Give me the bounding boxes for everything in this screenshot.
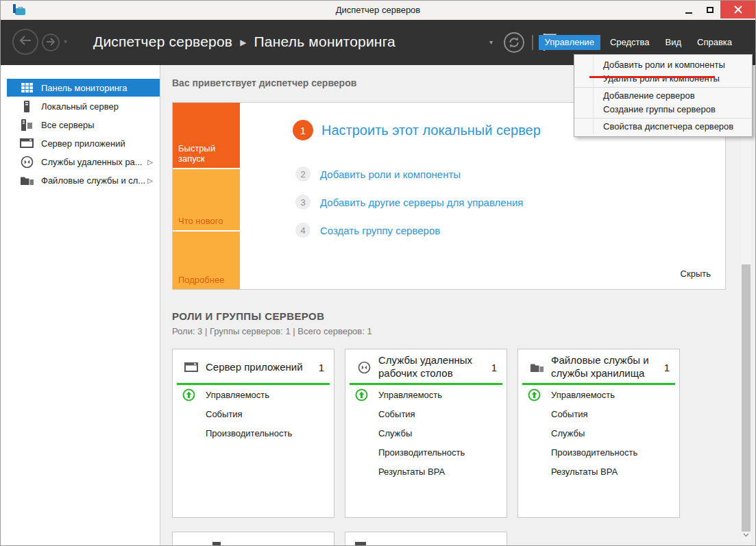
sidebar-item[interactable]: Файловые службы и сл...▷ <box>7 171 160 189</box>
role-card-header[interactable]: Сервер приложений1 <box>173 349 334 384</box>
minimize-button[interactable] <box>678 1 699 18</box>
sidebar-item[interactable]: Службы удаленных ра...▷ <box>7 153 160 171</box>
refresh-button[interactable] <box>503 32 525 53</box>
menu-active-tab[interactable]: Управление <box>539 35 600 50</box>
role-card-row[interactable]: События <box>345 404 507 423</box>
role-card-row-label: События <box>206 409 243 419</box>
welcome-step[interactable]: 2Добавить роли и компоненты <box>293 166 461 182</box>
menu-separator <box>575 118 751 119</box>
sidebar-item-label: Локальный сервер <box>41 101 119 112</box>
partial-card <box>345 532 507 546</box>
menu-tab[interactable]: Средства <box>604 35 656 50</box>
role-card-row[interactable]: Производительность <box>518 443 679 462</box>
welcome-tile-block[interactable]: Подробнее <box>173 232 240 289</box>
step-number-badge: 4 <box>295 223 310 238</box>
breadcrumb-item[interactable]: Панель мониторинга <box>254 34 395 49</box>
role-card-row[interactable]: Производительность <box>173 423 334 443</box>
all-servers-icon <box>19 119 34 131</box>
role-card-row[interactable]: Производительность <box>345 443 507 462</box>
welcome-tile-block[interactable]: Быстрый запуск <box>173 103 240 168</box>
maximize-button[interactable] <box>699 1 720 18</box>
nav-history-caret-icon[interactable]: ▾ <box>64 38 67 45</box>
role-card-title: Службы удаленных рабочих столов <box>378 354 487 380</box>
title-bar: Диспетчер серверов <box>1 1 755 20</box>
role-card: Сервер приложений1УправляемостьСобытияПр… <box>172 349 334 518</box>
close-button[interactable] <box>720 1 755 18</box>
scroll-down-chevron-icon[interactable] <box>743 528 749 540</box>
sidebar-item-label: Файловые службы и сл... <box>41 175 145 186</box>
expand-arrow-icon[interactable]: ▷ <box>147 158 153 166</box>
role-card-row[interactable]: Службы <box>345 423 507 443</box>
role-card: Файловые службы и службы хранилища1Управ… <box>517 349 680 518</box>
sidebar-item[interactable]: Все серверы <box>7 116 160 134</box>
servers-icon <box>355 542 366 546</box>
welcome-tile-block[interactable]: Что нового <box>173 169 240 230</box>
step-link[interactable]: Добавить роли и компоненты <box>320 169 461 180</box>
menu-item[interactable]: Создание группы серверов <box>574 103 752 116</box>
role-card-rows: УправляемостьСобытияСлужбыПроизводительн… <box>518 385 679 481</box>
role-card-row[interactable]: Управляемость <box>345 385 507 404</box>
welcome-step[interactable]: 3Добавить другие серверы для управления <box>293 195 523 210</box>
management-dropdown-menu: Добавить роли и компонентыУдалить роли и… <box>574 54 753 137</box>
breadcrumb: Диспетчер серверов▶Панель мониторинга <box>93 20 395 65</box>
role-cards-row: Сервер приложений1УправляемостьСобытияПр… <box>172 349 680 518</box>
partial-card <box>172 532 334 546</box>
role-card-title: Файловые службы и службы хранилища <box>551 354 660 380</box>
role-card-row-label: Службы <box>551 428 585 438</box>
forward-button[interactable] <box>42 34 60 51</box>
role-card-row[interactable]: Управляемость <box>518 385 679 404</box>
role-card-row[interactable]: Управляемость <box>173 385 334 404</box>
sidebar-item[interactable]: Панель мониторинга <box>7 79 160 97</box>
app-server-icon <box>19 138 34 148</box>
scope-caret-icon[interactable]: ▾ <box>489 38 493 46</box>
role-card-row-label: Результаты BPA <box>378 467 445 477</box>
menu-item[interactable]: Добавить роли и компоненты <box>574 58 752 72</box>
menu-bar: УправлениеСредстваВидСправка <box>535 35 738 50</box>
role-card-row[interactable]: Службы <box>518 423 679 443</box>
welcome-tile-label: Подробнее <box>178 275 224 285</box>
role-card-row[interactable]: Результаты BPA <box>345 462 507 481</box>
expand-arrow-icon[interactable]: ▷ <box>147 177 153 184</box>
role-card-header[interactable]: Файловые службы и службы хранилища1 <box>518 349 679 384</box>
role-card-row[interactable]: События <box>173 404 334 423</box>
step-link[interactable]: Настроить этот локальный сервер <box>321 123 541 138</box>
step-link[interactable]: Создать группу серверов <box>320 225 440 236</box>
file-services-icon <box>19 175 34 186</box>
welcome-heading: Вас приветствует диспетчер серверов <box>172 77 356 88</box>
roles-section-summary: Роли: 3 | Группы серверов: 1 | Всего сер… <box>172 326 372 336</box>
role-card-row[interactable]: Результаты BPA <box>518 462 679 481</box>
menu-tab[interactable]: Справка <box>691 35 738 50</box>
breadcrumb-item[interactable]: Диспетчер серверов <box>93 34 232 49</box>
role-card: Службы удаленных рабочих столов1Управляе… <box>345 349 507 518</box>
welcome-step[interactable]: 4Создать группу серверов <box>293 223 440 238</box>
server-manager-window: Диспетчер серверов ▾ Диспетчер серверов▶… <box>0 0 756 546</box>
role-card-row-label: Производительность <box>551 447 637 458</box>
back-button[interactable] <box>12 29 38 55</box>
sidebar-item[interactable]: Сервер приложений <box>7 134 160 152</box>
step-number-badge: 3 <box>295 195 310 210</box>
role-card-row-label: Управляемость <box>206 390 269 400</box>
menu-tab[interactable]: Вид <box>659 35 687 50</box>
menu-item[interactable]: Добавление серверов <box>574 89 752 103</box>
rds-icon <box>19 156 34 169</box>
scrollbar-thumb[interactable] <box>742 264 751 532</box>
step-link[interactable]: Добавить другие серверы для управления <box>320 197 523 208</box>
welcome-step[interactable]: 1Настроить этот локальный сервер <box>293 120 541 140</box>
role-card-row[interactable]: События <box>518 404 679 423</box>
role-card-row-label: Управляемость <box>551 390 615 400</box>
menu-item[interactable]: Свойства диспетчера серверов <box>574 120 752 134</box>
sidebar-item-label: Службы удаленных ра... <box>41 157 143 167</box>
menu-item[interactable]: Удалить роли и компоненты <box>574 72 752 86</box>
main-content: Вас приветствует диспетчер серверов Быст… <box>161 65 755 545</box>
role-card-row-label: События <box>551 409 588 419</box>
rds-icon <box>355 361 373 374</box>
hide-link[interactable]: Скрыть <box>681 269 711 279</box>
header-separator <box>532 35 533 50</box>
role-card-header[interactable]: Службы удаленных рабочих столов1 <box>345 349 507 384</box>
role-card-row-label: Результаты BPA <box>551 467 618 477</box>
step-number-badge: 2 <box>295 166 310 182</box>
sidebar: Панель мониторингаЛокальный серверВсе се… <box>1 65 160 545</box>
sidebar-item[interactable]: Локальный сервер <box>7 97 160 115</box>
welcome-tile-label: Быстрый запуск <box>178 143 240 164</box>
sidebar-item-label: Панель мониторинга <box>41 83 127 93</box>
